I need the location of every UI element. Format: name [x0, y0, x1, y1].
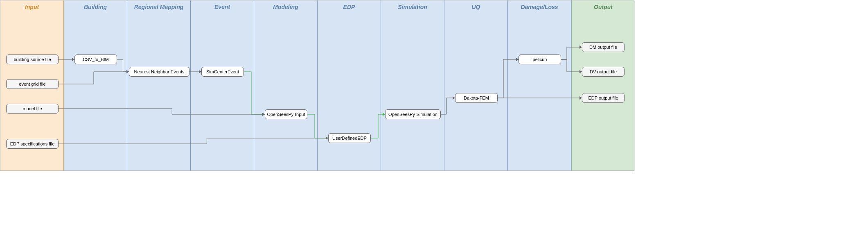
node-udedp: UserDefinedEDP: [328, 133, 371, 143]
node-nne: Nearest Neighbor Events: [129, 67, 189, 77]
node-ossim: OpenSeesPy-Simulation: [385, 109, 441, 119]
node-in_eventgrid: event grid file: [6, 79, 59, 89]
node-out_edp: EDP output file: [582, 93, 625, 103]
node-osinput: OpenSeesPy-Input: [265, 109, 307, 119]
node-dakota: Dakota-FEM: [455, 93, 498, 103]
node-out_dm: DM output file: [582, 42, 625, 52]
lane-header-input: Input: [0, 4, 63, 10]
lane-header-regmap: Regional Mapping: [127, 4, 190, 10]
lane-header-dl: Damage/Loss: [508, 4, 571, 10]
lane-header-edp: EDP: [318, 4, 381, 10]
lane-output: Output: [571, 0, 635, 170]
lane-uq: UQ: [444, 0, 508, 170]
node-out_dv: DV output file: [582, 67, 625, 77]
node-csv2bim: CSV_to_BIM: [74, 55, 117, 64]
node-in_building: building source file: [6, 55, 59, 64]
lane-model: Modeling: [254, 0, 318, 170]
lane-header-build: Building: [64, 4, 127, 10]
lane-header-uq: UQ: [444, 4, 507, 10]
lane-event: Event: [191, 0, 254, 170]
lane-build: Building: [64, 0, 127, 170]
lane-header-sim: Simulation: [381, 4, 444, 10]
lane-sim: Simulation: [381, 0, 444, 170]
lane-edp: EDP: [318, 0, 381, 170]
lane-regmap: Regional Mapping: [127, 0, 191, 170]
lane-dl: Damage/Loss: [508, 0, 571, 170]
node-pelicun: pelicun: [519, 55, 561, 64]
lane-header-event: Event: [191, 4, 254, 10]
lane-header-output: Output: [572, 4, 635, 10]
node-simevent: SimCenterEvent: [201, 67, 244, 77]
lane-header-model: Modeling: [254, 4, 317, 10]
workflow-diagram: InputBuildingRegional MappingEventModeli…: [0, 0, 634, 171]
node-in_edpspec: EDP specifications file: [6, 139, 59, 149]
node-in_model: model file: [6, 104, 59, 114]
